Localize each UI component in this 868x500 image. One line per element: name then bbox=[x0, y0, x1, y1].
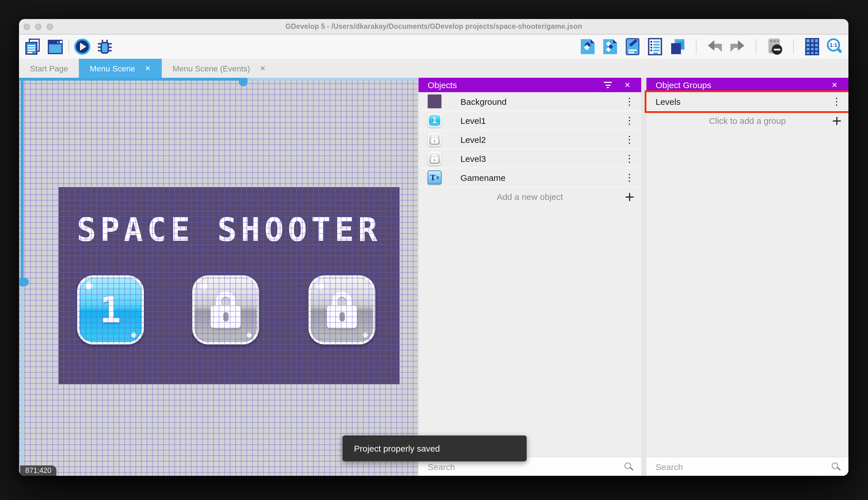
add-object-label: Add a new object bbox=[497, 192, 563, 202]
background-object-icon bbox=[428, 94, 442, 108]
tab-menu-scene-events[interactable]: Menu Scene (Events) ✕ bbox=[162, 59, 277, 78]
object-name: Background bbox=[460, 96, 506, 106]
add-icon[interactable]: + bbox=[831, 111, 842, 130]
add-group-row[interactable]: Click to add a group + bbox=[646, 111, 848, 130]
object-row-level3[interactable]: Level3 ⋮ bbox=[419, 149, 641, 168]
save-toast: Project properly saved bbox=[342, 435, 527, 462]
close-panel-icon[interactable]: ✕ bbox=[829, 79, 840, 91]
object-menu-icon[interactable]: ⋮ bbox=[624, 130, 634, 149]
window-title: GDevelop 5 - /Users/dkarakay/Documents/G… bbox=[19, 19, 848, 34]
objects-panel-body bbox=[419, 206, 641, 457]
play-icon[interactable] bbox=[74, 38, 91, 55]
object-menu-icon[interactable]: ⋮ bbox=[624, 149, 634, 168]
object-groups-panel-title: Object Groups bbox=[656, 80, 711, 90]
object-menu-icon[interactable]: ⋮ bbox=[624, 92, 634, 111]
object-name: Gamename bbox=[460, 172, 506, 182]
gdevelop-window: GDevelop 5 - /Users/dkarakay/Documents/G… bbox=[19, 19, 848, 476]
vertical-scrollbar[interactable] bbox=[21, 78, 24, 476]
object-groups-panel-body bbox=[646, 130, 848, 457]
object-row-gamename[interactable]: Tx Gamename ⋮ bbox=[419, 168, 641, 187]
background-instance[interactable]: SPACE SHOOTER 1 bbox=[59, 187, 399, 384]
toast-message: Project properly saved bbox=[354, 444, 440, 453]
object-menu-icon[interactable]: ⋮ bbox=[624, 168, 634, 186]
svg-text:1:1: 1:1 bbox=[830, 42, 837, 48]
object-row-level2[interactable]: Level2 ⋮ bbox=[419, 130, 641, 149]
lock-icon bbox=[327, 292, 357, 328]
tab-label: Start Page bbox=[30, 64, 68, 73]
close-tab-icon[interactable]: ✕ bbox=[145, 64, 151, 72]
level3-button-instance[interactable] bbox=[308, 275, 375, 344]
toolbar-separator bbox=[696, 39, 696, 54]
instances-list-icon[interactable] bbox=[646, 38, 664, 55]
object-groups-panel-icon[interactable] bbox=[601, 38, 619, 55]
tab-menu-scene[interactable]: Menu Scene ✕ bbox=[79, 59, 162, 78]
render-mask-icon[interactable] bbox=[766, 38, 783, 55]
objects-panel-header: Objects ✕ bbox=[419, 78, 641, 92]
object-name: Level3 bbox=[460, 154, 486, 163]
lock-icon bbox=[431, 135, 438, 144]
horizontal-scrollbar[interactable] bbox=[19, 78, 418, 81]
level1-button-instance[interactable]: 1 bbox=[77, 275, 144, 344]
object-row-level1[interactable]: 1 Level1 ⋮ bbox=[419, 111, 641, 130]
search-icon bbox=[624, 463, 631, 469]
lock-icon bbox=[431, 155, 438, 162]
scene-window-icon[interactable] bbox=[47, 38, 64, 55]
cursor-coordinates-badge: 871;420 bbox=[20, 465, 56, 476]
tab-start-page[interactable]: Start Page bbox=[19, 59, 79, 78]
horizontal-scrollbar-handle[interactable] bbox=[239, 78, 247, 87]
groups-search-input[interactable] bbox=[646, 462, 848, 471]
debug-icon[interactable] bbox=[96, 38, 114, 55]
objects-panel-title: Objects bbox=[428, 80, 457, 90]
desktop: GDevelop 5 - /Users/dkarakay/Documents/G… bbox=[0, 0, 868, 500]
properties-panel-icon[interactable] bbox=[624, 38, 641, 55]
level2-button-instance[interactable] bbox=[192, 275, 259, 344]
add-icon[interactable]: + bbox=[624, 187, 635, 206]
add-object-row[interactable]: Add a new object + bbox=[419, 187, 641, 206]
search-icon bbox=[832, 463, 838, 469]
grid-icon[interactable] bbox=[804, 38, 821, 55]
toolbar-separator bbox=[69, 39, 69, 54]
object-menu-icon[interactable]: ⋮ bbox=[624, 111, 634, 129]
main-toolbar: 1:1 bbox=[19, 35, 848, 59]
group-row-levels[interactable]: Levels ⋮ bbox=[646, 92, 848, 111]
project-manager-icon[interactable] bbox=[24, 38, 42, 55]
object-name: Level2 bbox=[460, 135, 486, 144]
toolbar-separator bbox=[793, 39, 794, 54]
close-tab-icon[interactable]: ✕ bbox=[260, 64, 266, 72]
add-group-label: Click to add a group bbox=[709, 116, 786, 126]
objects-panel-icon[interactable] bbox=[579, 38, 596, 55]
filter-icon[interactable] bbox=[602, 79, 613, 91]
title-bar: GDevelop 5 - /Users/dkarakay/Documents/G… bbox=[19, 19, 848, 35]
objects-panel: Objects ✕ Background ⋮ 1 Level1 ⋮ bbox=[418, 78, 641, 476]
lock-icon bbox=[211, 292, 241, 328]
toolbar-separator bbox=[756, 39, 756, 54]
undo-icon[interactable] bbox=[706, 38, 724, 55]
object-row-background[interactable]: Background ⋮ bbox=[419, 92, 641, 111]
tab-label: Menu Scene (Events) bbox=[173, 64, 250, 73]
object-groups-panel: Object Groups ✕ Levels ⋮ Click to add a … bbox=[646, 78, 848, 476]
scene-editor-canvas[interactable]: SPACE SHOOTER 1 bbox=[19, 78, 418, 476]
tab-label: Menu Scene bbox=[90, 64, 135, 73]
redo-icon[interactable] bbox=[729, 38, 746, 55]
scene-title-sprite[interactable]: SPACE SHOOTER bbox=[59, 211, 399, 248]
objects-search-input[interactable] bbox=[419, 462, 641, 471]
object-name: Level1 bbox=[460, 115, 486, 125]
text-object-icon: Tx bbox=[428, 171, 442, 184]
level1-object-icon: 1 bbox=[428, 113, 442, 127]
layers-panel-icon[interactable] bbox=[669, 38, 686, 55]
groups-search-bar bbox=[646, 457, 848, 476]
object-groups-panel-header: Object Groups ✕ bbox=[646, 78, 848, 92]
level2-object-icon bbox=[428, 133, 442, 146]
group-name: Levels bbox=[656, 96, 681, 106]
vertical-scrollbar-handle[interactable] bbox=[20, 278, 29, 286]
group-menu-icon[interactable]: ⋮ bbox=[832, 92, 842, 111]
editor-tabs: Start Page Menu Scene ✕ Menu Scene (Even… bbox=[19, 59, 848, 78]
close-panel-icon[interactable]: ✕ bbox=[622, 79, 633, 91]
level3-object-icon bbox=[428, 151, 442, 165]
panel-divider[interactable] bbox=[641, 78, 646, 476]
zoom-original-icon[interactable]: 1:1 bbox=[826, 38, 843, 55]
